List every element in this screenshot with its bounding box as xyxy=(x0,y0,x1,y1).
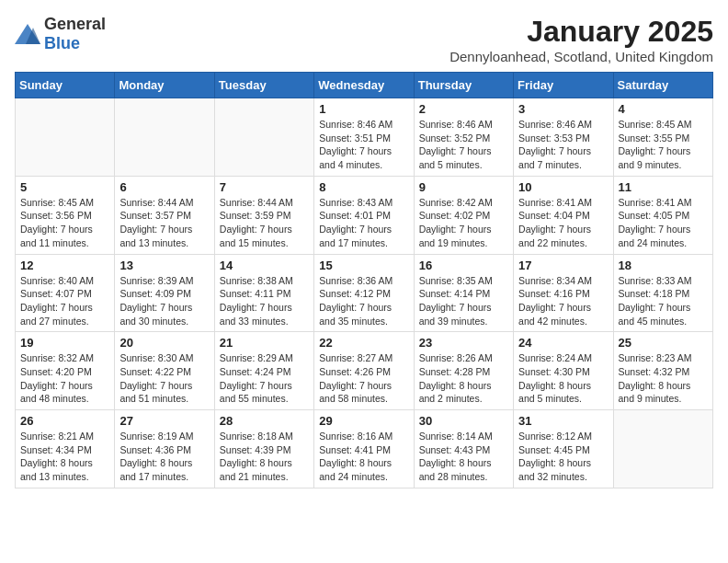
weekday-header: Saturday xyxy=(613,73,712,98)
calendar-week-row: 19Sunrise: 8:32 AM Sunset: 4:20 PM Dayli… xyxy=(16,332,713,410)
calendar-cell: 29Sunrise: 8:16 AM Sunset: 4:41 PM Dayli… xyxy=(314,410,414,488)
day-number: 20 xyxy=(119,336,209,350)
calendar-cell: 26Sunrise: 8:21 AM Sunset: 4:34 PM Dayli… xyxy=(16,410,115,488)
calendar-cell: 24Sunrise: 8:24 AM Sunset: 4:30 PM Dayli… xyxy=(514,332,613,410)
weekday-header: Wednesday xyxy=(314,73,414,98)
location-title: Dennyloanhead, Scotland, United Kingdom xyxy=(449,49,713,64)
day-info: Sunrise: 8:42 AM Sunset: 4:02 PM Dayligh… xyxy=(419,196,508,250)
day-number: 11 xyxy=(619,180,708,194)
day-info: Sunrise: 8:41 AM Sunset: 4:05 PM Dayligh… xyxy=(619,196,708,250)
weekday-header: Sunday xyxy=(16,73,115,98)
calendar-cell: 27Sunrise: 8:19 AM Sunset: 4:36 PM Dayli… xyxy=(115,410,214,488)
calendar-cell xyxy=(16,98,115,177)
day-number: 19 xyxy=(20,336,109,350)
day-number: 27 xyxy=(119,414,209,428)
day-number: 24 xyxy=(518,336,608,350)
calendar-cell: 14Sunrise: 8:38 AM Sunset: 4:11 PM Dayli… xyxy=(214,254,313,332)
day-number: 9 xyxy=(419,180,508,194)
day-info: Sunrise: 8:46 AM Sunset: 3:51 PM Dayligh… xyxy=(319,118,408,172)
calendar-cell: 23Sunrise: 8:26 AM Sunset: 4:28 PM Dayli… xyxy=(414,332,513,410)
day-number: 2 xyxy=(419,102,508,116)
calendar-cell: 30Sunrise: 8:14 AM Sunset: 4:43 PM Dayli… xyxy=(414,410,513,488)
logo-text: General Blue xyxy=(44,15,106,53)
day-info: Sunrise: 8:24 AM Sunset: 4:30 PM Dayligh… xyxy=(518,351,608,406)
calendar-cell: 22Sunrise: 8:27 AM Sunset: 4:26 PM Dayli… xyxy=(314,332,414,410)
day-info: Sunrise: 8:18 AM Sunset: 4:39 PM Dayligh… xyxy=(220,430,309,484)
day-info: Sunrise: 8:21 AM Sunset: 4:34 PM Dayligh… xyxy=(20,430,109,484)
day-number: 25 xyxy=(619,336,708,350)
calendar-cell xyxy=(115,98,214,177)
calendar-cell: 8Sunrise: 8:43 AM Sunset: 4:01 PM Daylig… xyxy=(314,176,414,254)
weekday-header-row: SundayMondayTuesdayWednesdayThursdayFrid… xyxy=(16,73,713,98)
day-info: Sunrise: 8:45 AM Sunset: 3:56 PM Dayligh… xyxy=(20,196,109,250)
calendar-cell xyxy=(214,98,313,177)
weekday-header: Thursday xyxy=(414,73,513,98)
weekday-header: Friday xyxy=(514,73,613,98)
day-info: Sunrise: 8:44 AM Sunset: 3:57 PM Dayligh… xyxy=(119,196,209,250)
logo-general: General xyxy=(44,15,106,33)
day-number: 31 xyxy=(518,414,608,428)
day-info: Sunrise: 8:46 AM Sunset: 3:52 PM Dayligh… xyxy=(419,118,508,172)
day-info: Sunrise: 8:36 AM Sunset: 4:12 PM Dayligh… xyxy=(319,274,408,328)
logo: General Blue xyxy=(15,15,106,53)
day-number: 6 xyxy=(119,180,209,194)
day-info: Sunrise: 8:35 AM Sunset: 4:14 PM Dayligh… xyxy=(419,274,508,328)
calendar-cell: 4Sunrise: 8:45 AM Sunset: 3:55 PM Daylig… xyxy=(613,98,712,177)
day-number: 13 xyxy=(119,259,209,272)
day-info: Sunrise: 8:30 AM Sunset: 4:22 PM Dayligh… xyxy=(119,351,209,406)
calendar-cell: 3Sunrise: 8:46 AM Sunset: 3:53 PM Daylig… xyxy=(514,98,613,177)
day-number: 21 xyxy=(220,336,309,350)
logo-icon xyxy=(15,24,40,44)
day-number: 15 xyxy=(319,259,408,272)
day-info: Sunrise: 8:14 AM Sunset: 4:43 PM Dayligh… xyxy=(419,430,508,484)
calendar-week-row: 1Sunrise: 8:46 AM Sunset: 3:51 PM Daylig… xyxy=(16,98,713,177)
day-info: Sunrise: 8:45 AM Sunset: 3:55 PM Dayligh… xyxy=(619,118,708,172)
calendar-cell: 25Sunrise: 8:23 AM Sunset: 4:32 PM Dayli… xyxy=(613,332,712,410)
calendar-week-row: 26Sunrise: 8:21 AM Sunset: 4:34 PM Dayli… xyxy=(16,410,713,488)
calendar-cell: 1Sunrise: 8:46 AM Sunset: 3:51 PM Daylig… xyxy=(314,98,414,177)
calendar-cell: 28Sunrise: 8:18 AM Sunset: 4:39 PM Dayli… xyxy=(214,410,313,488)
calendar-cell: 10Sunrise: 8:41 AM Sunset: 4:04 PM Dayli… xyxy=(514,176,613,254)
title-block: January 2025 Dennyloanhead, Scotland, Un… xyxy=(449,15,713,64)
day-info: Sunrise: 8:39 AM Sunset: 4:09 PM Dayligh… xyxy=(119,274,209,328)
day-number: 12 xyxy=(20,259,109,272)
calendar-cell: 16Sunrise: 8:35 AM Sunset: 4:14 PM Dayli… xyxy=(414,254,513,332)
day-number: 30 xyxy=(419,414,508,428)
calendar-cell: 7Sunrise: 8:44 AM Sunset: 3:59 PM Daylig… xyxy=(214,176,313,254)
calendar-cell: 2Sunrise: 8:46 AM Sunset: 3:52 PM Daylig… xyxy=(414,98,513,177)
day-number: 28 xyxy=(220,414,309,428)
calendar-cell: 18Sunrise: 8:33 AM Sunset: 4:18 PM Dayli… xyxy=(613,254,712,332)
logo-blue: Blue xyxy=(44,34,80,52)
day-info: Sunrise: 8:46 AM Sunset: 3:53 PM Dayligh… xyxy=(518,118,608,172)
calendar-cell: 15Sunrise: 8:36 AM Sunset: 4:12 PM Dayli… xyxy=(314,254,414,332)
calendar-cell xyxy=(613,410,712,488)
day-info: Sunrise: 8:34 AM Sunset: 4:16 PM Dayligh… xyxy=(518,274,608,328)
page-header: General Blue January 2025 Dennyloanhead,… xyxy=(15,15,713,64)
calendar-cell: 12Sunrise: 8:40 AM Sunset: 4:07 PM Dayli… xyxy=(16,254,115,332)
day-info: Sunrise: 8:43 AM Sunset: 4:01 PM Dayligh… xyxy=(319,196,408,250)
day-info: Sunrise: 8:38 AM Sunset: 4:11 PM Dayligh… xyxy=(220,274,309,328)
day-number: 1 xyxy=(319,102,408,116)
day-info: Sunrise: 8:19 AM Sunset: 4:36 PM Dayligh… xyxy=(119,430,209,484)
day-info: Sunrise: 8:16 AM Sunset: 4:41 PM Dayligh… xyxy=(319,430,408,484)
day-number: 18 xyxy=(619,259,708,272)
calendar-cell: 20Sunrise: 8:30 AM Sunset: 4:22 PM Dayli… xyxy=(115,332,214,410)
weekday-header: Monday xyxy=(115,73,214,98)
day-info: Sunrise: 8:41 AM Sunset: 4:04 PM Dayligh… xyxy=(518,196,608,250)
day-info: Sunrise: 8:33 AM Sunset: 4:18 PM Dayligh… xyxy=(619,274,708,328)
calendar-week-row: 5Sunrise: 8:45 AM Sunset: 3:56 PM Daylig… xyxy=(16,176,713,254)
calendar-cell: 9Sunrise: 8:42 AM Sunset: 4:02 PM Daylig… xyxy=(414,176,513,254)
calendar-cell: 6Sunrise: 8:44 AM Sunset: 3:57 PM Daylig… xyxy=(115,176,214,254)
day-info: Sunrise: 8:12 AM Sunset: 4:45 PM Dayligh… xyxy=(518,430,608,484)
calendar-cell: 21Sunrise: 8:29 AM Sunset: 4:24 PM Dayli… xyxy=(214,332,313,410)
weekday-header: Tuesday xyxy=(214,73,313,98)
day-info: Sunrise: 8:32 AM Sunset: 4:20 PM Dayligh… xyxy=(20,351,109,406)
month-title: January 2025 xyxy=(449,15,713,49)
day-number: 7 xyxy=(220,180,309,194)
day-number: 5 xyxy=(20,180,109,194)
day-info: Sunrise: 8:29 AM Sunset: 4:24 PM Dayligh… xyxy=(220,351,309,406)
day-number: 17 xyxy=(518,259,608,272)
calendar-cell: 13Sunrise: 8:39 AM Sunset: 4:09 PM Dayli… xyxy=(115,254,214,332)
calendar-cell: 17Sunrise: 8:34 AM Sunset: 4:16 PM Dayli… xyxy=(514,254,613,332)
calendar-cell: 19Sunrise: 8:32 AM Sunset: 4:20 PM Dayli… xyxy=(16,332,115,410)
